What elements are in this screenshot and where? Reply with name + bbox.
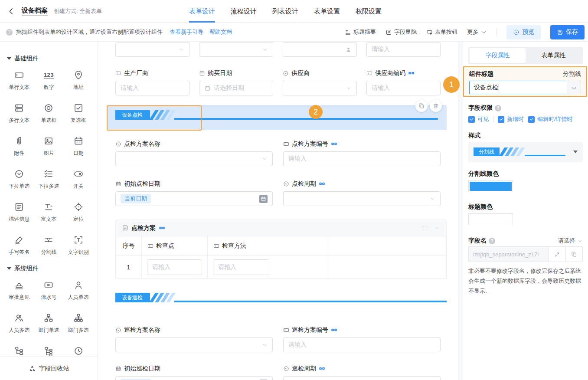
form-field[interactable]: 巡检方案名称 bbox=[115, 326, 273, 352]
form-field[interactable]: 初始点检日期当前日期 bbox=[115, 180, 273, 206]
component-group-title[interactable]: 基础组件 bbox=[0, 55, 98, 62]
component-item[interactable]: 下拉单选 bbox=[4, 168, 34, 190]
form-field[interactable]: 点检周期 bbox=[283, 180, 441, 206]
field-name-warning: 非必要不要修改字段名，修改完保存之后系统会生成一个新的数据库字段，会导致历史数据… bbox=[468, 266, 584, 296]
component-item[interactable]: 部门多选 bbox=[64, 312, 93, 334]
component-item[interactable]: 地址 bbox=[64, 69, 93, 91]
radio-icon bbox=[43, 102, 54, 114]
panel-tab[interactable]: 字段属性 bbox=[470, 48, 526, 63]
component-item[interactable]: 复选框 bbox=[64, 102, 93, 124]
component-item[interactable]: 单行文本 bbox=[4, 69, 34, 91]
component-item[interactable]: 开关 bbox=[64, 168, 93, 190]
preview-button[interactable]: 预览 bbox=[506, 25, 541, 39]
copy-field-name-button[interactable] bbox=[565, 246, 583, 262]
text-input[interactable]: 请输入 bbox=[283, 151, 441, 166]
component-title-input[interactable]: 设备点检 bbox=[469, 81, 567, 94]
text-input[interactable]: 请输入 bbox=[366, 81, 441, 95]
select-control[interactable] bbox=[283, 191, 441, 206]
component-item[interactable]: 人员单选 bbox=[64, 279, 93, 301]
back-icon[interactable] bbox=[7, 7, 16, 16]
component-item[interactable]: 人员多选 bbox=[4, 312, 34, 334]
table-cell-input[interactable]: 请输入 bbox=[213, 259, 269, 275]
text-input[interactable]: 请输入 bbox=[115, 81, 189, 95]
date-input[interactable]: 请选择日期 bbox=[199, 81, 273, 95]
hide-title-toggle[interactable] bbox=[567, 81, 581, 94]
component-item[interactable]: 图片 bbox=[34, 135, 63, 157]
field-name-select[interactable]: 请选择 bbox=[558, 237, 583, 245]
permission-checkbox[interactable]: 可见 bbox=[468, 115, 489, 123]
component-item[interactable]: 部门单选 bbox=[34, 312, 63, 334]
component-item[interactable]: 多行文本 bbox=[4, 102, 34, 124]
separator-device-patrol[interactable]: 设备巡检 bbox=[115, 293, 447, 303]
permission-checkbox[interactable]: 新增时 bbox=[498, 115, 524, 123]
form-field[interactable]: 初始巡检日期当前日期 bbox=[115, 364, 273, 380]
save-button[interactable]: 保存 bbox=[550, 25, 585, 39]
nav-tab[interactable]: 列表设计 bbox=[272, 0, 298, 23]
component-item[interactable]: 附件 bbox=[4, 135, 34, 157]
table-cell-input[interactable]: 请输入 bbox=[147, 259, 202, 275]
form-field[interactable]: 巡检方案编号请输入 bbox=[283, 326, 441, 352]
toolbar-item[interactable]: 字段显隐 bbox=[385, 28, 417, 36]
select-control[interactable] bbox=[115, 151, 273, 166]
toolbar-item[interactable]: 表单按钮 bbox=[426, 28, 457, 36]
subtable-inspection-plan[interactable]: 点检方案 序号检查点检查方法 1请输入请输入 bbox=[115, 219, 447, 279]
form-field[interactable]: 点检方案编号请输入 bbox=[283, 140, 441, 166]
panel-tab[interactable]: 表单属性 bbox=[526, 48, 581, 63]
question-circle-icon[interactable]: ? bbox=[495, 105, 501, 111]
component-item[interactable]: 定位 bbox=[64, 201, 93, 223]
text-icon bbox=[283, 141, 289, 147]
component-item[interactable]: 单选框 bbox=[34, 102, 63, 124]
component-item[interactable]: 123数字 bbox=[34, 69, 63, 91]
form-field[interactable]: 生产厂商请输入 bbox=[115, 69, 189, 95]
form-field[interactable]: 巡检周期 bbox=[283, 364, 441, 380]
component-item[interactable]: 文字识别 bbox=[64, 234, 93, 256]
collapse-chevron-icon[interactable] bbox=[434, 225, 440, 231]
component-item[interactable]: 富文本 bbox=[34, 201, 63, 223]
text-input[interactable]: 请输入 bbox=[366, 42, 441, 57]
form-field[interactable]: 购买日期请选择日期 bbox=[199, 69, 273, 95]
title-color-swatch[interactable] bbox=[468, 213, 513, 225]
edit-field-name-button[interactable] bbox=[548, 246, 565, 262]
component-item[interactable]: 下拉多选 bbox=[34, 168, 63, 190]
component-item[interactable]: 手写签名 bbox=[4, 234, 34, 256]
toolbar-item[interactable]: 标题摘要 bbox=[345, 28, 376, 36]
nav-tab[interactable]: 流程设计 bbox=[231, 0, 257, 23]
form-field[interactable] bbox=[199, 42, 273, 57]
component-item[interactable]: 流水号 bbox=[34, 279, 63, 301]
help-link[interactable]: 帮助文档 bbox=[209, 28, 232, 36]
form-field[interactable] bbox=[115, 42, 189, 57]
form-field[interactable]: 供应商编码请输入 bbox=[366, 69, 441, 95]
line-color-swatch[interactable] bbox=[468, 180, 513, 192]
form-field[interactable] bbox=[283, 42, 357, 57]
permission-checkbox[interactable]: 编辑时/详情时 bbox=[528, 115, 573, 123]
select-control[interactable] bbox=[283, 376, 441, 380]
style-select[interactable]: 分割线 bbox=[468, 142, 583, 162]
component-item[interactable]: 审批意见 bbox=[4, 279, 34, 301]
person-input[interactable] bbox=[283, 42, 357, 57]
help-link[interactable]: 查看新手引导 bbox=[170, 28, 203, 36]
component-item[interactable]: 日期 bbox=[64, 135, 93, 157]
select-control[interactable] bbox=[115, 337, 273, 352]
select-control[interactable] bbox=[199, 42, 273, 57]
calendar-today-icon[interactable] bbox=[259, 195, 268, 203]
component-item[interactable]: 描述信息 bbox=[4, 201, 34, 223]
select-control[interactable] bbox=[283, 81, 357, 95]
component-group-title[interactable]: 系统组件 bbox=[0, 265, 98, 272]
nav-tab[interactable]: 表单设计 bbox=[189, 0, 215, 23]
text-input[interactable]: 请输入 bbox=[283, 337, 441, 352]
date-input[interactable]: 当前日期 bbox=[115, 376, 273, 380]
nav-tab[interactable]: 权限设置 bbox=[356, 0, 382, 23]
form-field[interactable]: 点检方案名称 bbox=[115, 140, 273, 166]
date-input[interactable]: 当前日期 bbox=[115, 191, 273, 206]
select-control[interactable] bbox=[115, 42, 189, 57]
component-item[interactable]: 分割线 bbox=[34, 234, 63, 256]
nav-tab[interactable]: 表单设置 bbox=[314, 0, 340, 23]
more-menu[interactable]: 更多 bbox=[467, 28, 487, 36]
form-name[interactable]: 设备档案 bbox=[22, 7, 48, 16]
form-field[interactable]: 请输入 bbox=[366, 42, 441, 57]
separator-device-inspection[interactable]: 设备点检 bbox=[115, 110, 438, 121]
form-field[interactable]: 供应商 bbox=[283, 69, 357, 95]
field-recycle-bin[interactable]: 字段回收站 bbox=[0, 357, 98, 380]
question-circle-icon[interactable]: ? bbox=[489, 238, 495, 244]
expand-icon[interactable] bbox=[422, 225, 428, 231]
